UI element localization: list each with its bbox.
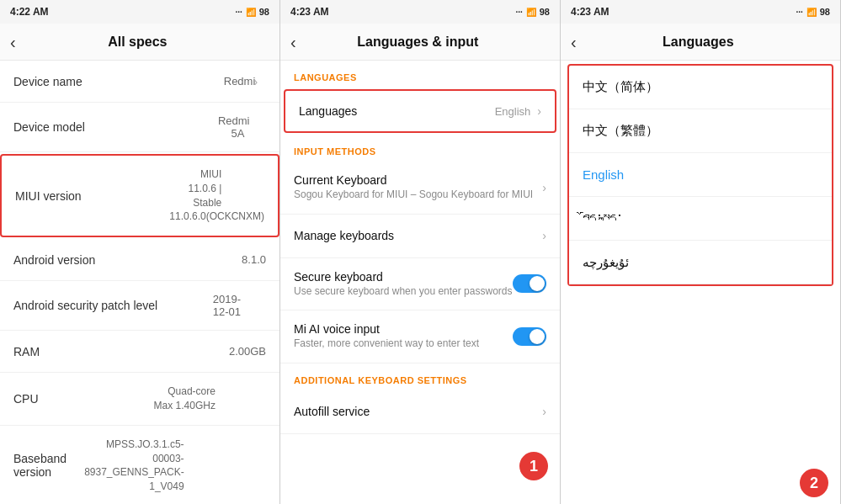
current-keyboard-title: Current Keyboard xyxy=(294,173,539,187)
languages-item-main: Languages xyxy=(299,104,495,118)
spec-label-3: Android version xyxy=(13,253,95,267)
spec-row-0: Device nameRedmi› xyxy=(0,61,279,103)
spec-label-5: RAM xyxy=(13,345,40,358)
lang-text-tibetan: བོད་སྐད་ xyxy=(583,211,623,225)
spec-label-2: MIUI version xyxy=(15,189,82,203)
manage-keyboards-item[interactable]: Manage keyboards › xyxy=(280,215,560,258)
spec-value-0: Redmi xyxy=(224,75,248,88)
signal-icon-3: 📶 xyxy=(806,8,817,17)
spec-value-5: 2.00GB xyxy=(229,345,249,358)
languages-item-title: Languages xyxy=(299,104,495,118)
spec-row-6: CPUQuad-core Max 1.40GHz xyxy=(0,373,279,426)
mi-ai-voice-main: Mi AI voice input Faster, more convenien… xyxy=(294,322,513,351)
spec-value-4: 2019-12-01 xyxy=(210,293,242,318)
spec-row-4: Android security patch level2019-12-01 xyxy=(0,281,279,331)
spec-row-7: Baseband versionMPSS.JO.3.1.c5-00003-893… xyxy=(0,426,279,504)
status-icons-3: ··· 📶 98 xyxy=(796,7,830,17)
status-bar-1: 4:22 AM ··· 📶 98 xyxy=(0,0,279,24)
lang-item-simplified-chinese[interactable]: 中文（简体） xyxy=(569,66,832,109)
lang-text-uyghur: ئۇيغۇرچە xyxy=(583,255,629,270)
spec-value-6: Quad-core Max 1.40GHz xyxy=(154,385,216,413)
lang-text-simplified-chinese: 中文（简体） xyxy=(583,79,658,95)
secure-keyboard-item[interactable]: Secure keyboard Use secure keyboard when… xyxy=(280,258,560,311)
spec-label-4: Android security patch level xyxy=(13,299,157,312)
back-button-1[interactable]: ‹ xyxy=(10,34,16,50)
panel-languages: 4:23 AM ··· 📶 98 ‹ Languages 中文（简体） 中文（繁… xyxy=(561,0,841,504)
specs-list: Device nameRedmi›Device modelRedmi 5AMIU… xyxy=(0,61,279,504)
manage-keyboards-main: Manage keyboards xyxy=(294,229,539,242)
secure-keyboard-toggle[interactable] xyxy=(513,274,546,293)
languages-content: 中文（简体） 中文（繁體） English བོད་སྐད་ ئۇيغۇرچە xyxy=(561,61,840,504)
page-title-3: Languages xyxy=(583,34,813,50)
spec-row-1: Device modelRedmi 5A xyxy=(0,103,279,152)
spec-value-1: Redmi 5A xyxy=(218,114,244,140)
dots-icon-2: ··· xyxy=(515,8,522,17)
spec-label-0: Device name xyxy=(13,75,83,88)
lang-item-traditional-chinese[interactable]: 中文（繁體） xyxy=(569,109,832,153)
status-icons-2: ··· 📶 98 xyxy=(515,7,550,17)
current-keyboard-item[interactable]: Current Keyboard Sogou Keyboard for MIUI… xyxy=(280,162,560,215)
current-keyboard-main: Current Keyboard Sogou Keyboard for MIUI… xyxy=(294,173,539,202)
manage-keyboards-chevron: › xyxy=(542,229,546,242)
languages-chevron: › xyxy=(537,104,541,118)
autofill-main: Autofill service xyxy=(294,405,539,418)
spec-value-2: MIUI 11.0.6 | Stable 11.0.6.0(OCKCNXM) xyxy=(169,167,221,224)
time-1: 4:22 AM xyxy=(10,6,49,18)
signal-icon-1: 📶 xyxy=(246,8,256,17)
autofill-item[interactable]: Autofill service › xyxy=(280,390,560,434)
nav-bar-2: ‹ Languages & input xyxy=(280,24,560,61)
language-list-box: 中文（简体） 中文（繁體） English བོད་སྐད་ ئۇيغۇرچە xyxy=(567,64,833,286)
nav-bar-1: ‹ All specs xyxy=(0,24,279,61)
status-bar-3: 4:23 AM ··· 📶 98 xyxy=(561,0,840,24)
lang-text-english: English xyxy=(583,167,624,182)
battery-text-2: 98 xyxy=(540,7,550,17)
battery-text-3: 98 xyxy=(820,7,830,17)
page-title-2: Languages & input xyxy=(303,34,533,50)
mi-ai-voice-toggle[interactable] xyxy=(513,327,546,346)
languages-section-header: LANGUAGES xyxy=(280,61,560,88)
dots-icon-3: ··· xyxy=(796,8,802,17)
spec-row-2: MIUI versionMIUI 11.0.6 | Stable 11.0.6.… xyxy=(0,154,279,237)
dots-icon-1: ··· xyxy=(235,8,242,17)
autofill-chevron: › xyxy=(542,405,546,418)
lang-item-tibetan[interactable]: བོད་སྐད་ xyxy=(569,197,832,241)
panel-all-specs: 4:22 AM ··· 📶 98 ‹ All specs Device name… xyxy=(0,0,280,504)
spec-value-3: 8.1.0 xyxy=(242,253,255,266)
additional-keyboard-header: ADDITIONAL KEYBOARD SETTINGS xyxy=(280,363,560,390)
battery-text-1: 98 xyxy=(259,7,269,17)
time-3: 4:23 AM xyxy=(571,6,609,18)
languages-row[interactable]: Languages English › xyxy=(284,89,556,133)
current-keyboard-subtitle: Sogou Keyboard for MIUI – Sogou Keyboard… xyxy=(294,188,539,202)
secure-keyboard-title: Secure keyboard xyxy=(294,270,513,284)
lang-input-content: LANGUAGES Languages English › INPUT METH… xyxy=(280,61,560,504)
lang-text-traditional-chinese: 中文（繁體） xyxy=(583,123,658,139)
languages-item-right: English › xyxy=(495,104,541,118)
spec-row-5: RAM2.00GB xyxy=(0,331,279,373)
spec-label-6: CPU xyxy=(13,392,39,406)
spec-row-3: Android version8.1.0 xyxy=(0,239,279,281)
spec-label-7: Baseband version xyxy=(13,452,84,479)
status-icons-1: ··· 📶 98 xyxy=(235,7,269,17)
mi-ai-voice-subtitle: Faster, more convenient way to enter tex… xyxy=(294,337,513,351)
secure-keyboard-main: Secure keyboard Use secure keyboard when… xyxy=(294,270,513,299)
spec-label-1: Device model xyxy=(13,120,85,134)
panel-languages-input: 4:23 AM ··· 📶 98 ‹ Languages & input LAN… xyxy=(280,0,561,504)
status-bar-2: 4:23 AM ··· 📶 98 xyxy=(280,0,560,24)
languages-item-value: English xyxy=(495,105,531,118)
page-title-1: All specs xyxy=(23,34,253,50)
time-2: 4:23 AM xyxy=(290,6,329,18)
badge-1: 1 xyxy=(519,452,548,480)
input-methods-header: INPUT METHODS xyxy=(280,135,560,162)
nav-bar-3: ‹ Languages xyxy=(561,24,840,61)
back-button-3[interactable]: ‹ xyxy=(571,34,577,50)
autofill-title: Autofill service xyxy=(294,405,539,418)
lang-item-english[interactable]: English xyxy=(569,153,832,197)
back-button-2[interactable]: ‹ xyxy=(290,34,296,50)
mi-ai-voice-title: Mi AI voice input xyxy=(294,322,513,336)
lang-item-uyghur[interactable]: ئۇيغۇرچە xyxy=(569,241,832,284)
signal-icon-2: 📶 xyxy=(526,8,536,17)
mi-ai-voice-item[interactable]: Mi AI voice input Faster, more convenien… xyxy=(280,310,560,363)
badge-2: 2 xyxy=(800,469,828,497)
current-keyboard-chevron: › xyxy=(542,181,546,194)
spec-chevron-0: › xyxy=(253,75,258,88)
